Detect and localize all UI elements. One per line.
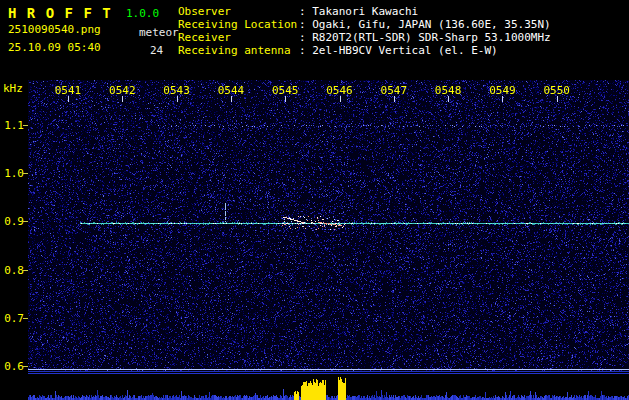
x-tick-label: 0548 [435,84,462,97]
hrofft-window: H R O F F T 1.0.0 2510090540.png meteor … [0,0,629,400]
station-info-row: Observer: Takanori Kawachi [178,5,551,18]
x-tick-label: 0544 [218,84,245,97]
x-tick-label: 0547 [381,84,408,97]
y-tick-mark [23,173,28,174]
station-info-label: Receiving Location [178,18,299,31]
station-info-value: : Ogaki, Gifu, JAPAN (136.60E, 35.35N) [299,18,551,31]
y-tick-mark [23,125,28,126]
x-tick-label: 0542 [109,84,136,97]
y-tick-mark [23,318,28,319]
echo-count: 24 [150,44,163,57]
mode-label: meteor [139,26,179,39]
amplitude-strip-canvas [28,373,629,400]
y-tick-mark [23,221,28,222]
station-info-label: Receiver [178,31,299,44]
y-tick-mark [23,366,28,367]
y-tick-label: 0.9 [4,215,24,228]
x-tick-label: 0549 [489,84,516,97]
timestamp: 25.10.09 05:40 [8,41,101,54]
y-tick-mark [23,270,28,271]
station-info: Observer: Takanori KawachiReceiving Loca… [178,5,551,57]
y-axis-unit-label: kHz [3,82,23,95]
x-tick-label: 0550 [543,84,570,97]
x-tick-label: 0545 [272,84,299,97]
output-filename: 2510090540.png [8,23,101,36]
y-tick-label: 0.6 [4,360,24,373]
station-info-label: Receiving antenna [178,44,299,57]
y-tick-label: 1.0 [4,167,24,180]
app-version: 1.0.0 [126,7,159,20]
station-info-value: : Takanori Kawachi [299,5,418,18]
x-tick-label: 0546 [326,84,353,97]
x-tick-label: 0543 [163,84,190,97]
app-title: H R O F F T [8,5,112,21]
station-info-row: Receiving Location: Ogaki, Gifu, JAPAN (… [178,18,551,31]
y-tick-label: 0.8 [4,264,24,277]
spectrogram-canvas [28,80,629,372]
station-info-value: : 2el-HB9CV Vertical (el. E-W) [299,44,498,57]
station-info-label: Observer [178,5,299,18]
station-info-value: : R820T2(RTL-SDR) SDR-Sharp 53.1000MHz [299,31,551,44]
station-info-row: Receiving antenna: 2el-HB9CV Vertical (e… [178,44,551,57]
y-tick-label: 1.1 [4,119,24,132]
y-tick-label: 0.7 [4,312,24,325]
x-tick-label: 0541 [55,84,82,97]
station-info-row: Receiver: R820T2(RTL-SDR) SDR-Sharp 53.1… [178,31,551,44]
